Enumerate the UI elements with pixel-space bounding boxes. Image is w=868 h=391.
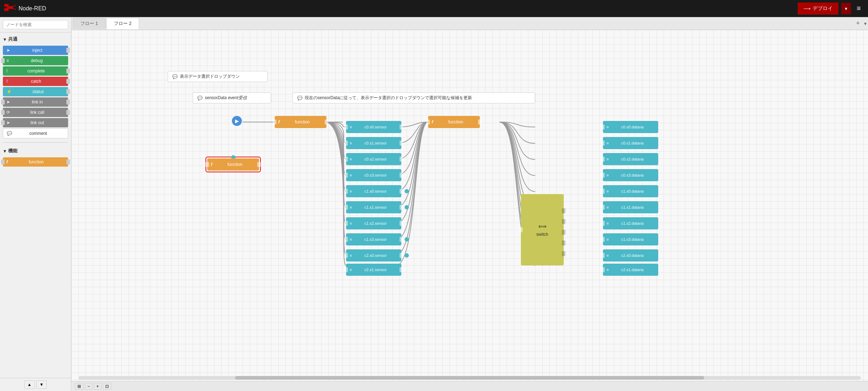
linkcall-port-left [1, 110, 5, 115]
s2-icon: ≡ [350, 157, 352, 161]
data-c0s2[interactable]: ≡ c0.s2.datana [603, 153, 658, 165]
sidebar: ▾ 共通 ➤ inject ≡ debug ! complete [0, 17, 71, 391]
data-c2s1[interactable]: ≡ c2.s1.datana [603, 264, 658, 276]
data-c0s3[interactable]: ≡ c0.s3.datana [603, 169, 658, 181]
data-c2s0[interactable]: ≡ c2.s0.datana [603, 249, 658, 261]
sensor-c1s2[interactable]: ≡ c1.s2.sensor [346, 217, 401, 229]
data-c0s1[interactable]: ≡ c0.s1.datana [603, 137, 658, 149]
selected-function-node[interactable]: f function [207, 158, 259, 171]
sidebar-node-complete[interactable]: ! complete [3, 66, 68, 76]
inject-icon: ➤ [6, 48, 10, 53]
chevron-down-icon-2: ▾ [4, 148, 6, 154]
sensor-c2s1[interactable]: ≡ c2.s1.sensor [346, 264, 401, 276]
function2-node[interactable]: f function [428, 116, 480, 128]
sidebar-node-linkout[interactable]: ➤ link out [3, 118, 68, 127]
inject-node-canvas[interactable]: ▶ [232, 116, 242, 126]
linkin-port-right [66, 100, 70, 105]
sensor-c0s2[interactable]: ≡ c0.s2.sensor [346, 153, 401, 165]
s7-label: c1.s3.sensor [353, 237, 398, 242]
d0-label: c0.s0.datana [610, 125, 655, 129]
sidebar-node-complete-label: complete [7, 68, 65, 73]
data-c1s0[interactable]: ≡ c1.s0.datana [603, 185, 658, 197]
sidebar-section-common-header[interactable]: ▾ 共通 [0, 34, 71, 45]
sidebar-node-status-label: status [12, 89, 65, 94]
tab-dropdown-button[interactable]: ▾ [864, 21, 867, 26]
data-c1s2[interactable]: ≡ c1.s2.datana [603, 217, 658, 229]
data-c1s1[interactable]: ≡ c1.s1.datana [603, 201, 658, 213]
s3-icon: ≡ [350, 173, 352, 177]
deploy-dropdown-button[interactable]: ▾ [841, 3, 851, 14]
d1-port-left [601, 141, 605, 146]
flow-area: フロー 1 フロー 2 + ▾ [71, 17, 868, 391]
add-tab-button[interactable]: + [853, 19, 863, 28]
horizontal-scrollbar[interactable] [71, 376, 868, 380]
sidebar-node-inject[interactable]: ➤ inject [3, 46, 68, 55]
sidebar-down-button[interactable]: ▼ [36, 380, 47, 389]
d2-icon: ≡ [606, 157, 609, 161]
zoom-in-button[interactable]: + [94, 383, 101, 390]
switch-port-r5 [562, 251, 565, 256]
function1-node[interactable]: f function [275, 116, 326, 128]
comment-sensor-icon: 💬 [197, 96, 203, 101]
catch-port-right [66, 79, 70, 84]
switch-node[interactable]: ⟺ switch [521, 194, 564, 265]
canvas[interactable]: 💬 表示データ選択ドロップダウン 💬 sensorData event受信 💬 … [71, 30, 868, 391]
sidebar-node-status[interactable]: ⚡ status [3, 87, 68, 96]
sidebar-node-function[interactable]: f function [3, 157, 68, 167]
sensor-c1s0[interactable]: ≡ c1.s0.sensor [346, 185, 401, 197]
function1-port-right [325, 120, 328, 125]
search-input[interactable] [3, 20, 68, 29]
comment-icon-2: 💬 [172, 74, 178, 79]
s3-port-right [400, 173, 403, 178]
data-c1s3[interactable]: ≡ c1.s3.datana [603, 233, 658, 245]
sidebar-section-common: ▾ 共通 ➤ inject ≡ debug ! complete [0, 32, 71, 141]
switch-icon: ⟺ [538, 223, 547, 230]
comment-sensordata: 💬 sensorData event受信 [193, 92, 271, 103]
sidebar-up-button[interactable]: ▲ [24, 380, 35, 389]
deploy-label: デプロイ [813, 5, 833, 12]
function2-port-right [478, 120, 482, 125]
sidebar-node-debug[interactable]: ≡ debug [3, 56, 68, 65]
comment-sensor-label: sensorData event受信 [205, 95, 247, 101]
sensor-c0s0[interactable]: ≡ c0.s0.sensor [346, 121, 401, 133]
s1-icon: ≡ [350, 141, 352, 145]
topbar-right: ⟶ デプロイ ▾ ≡ [798, 2, 864, 15]
switch-port-r3 [562, 230, 565, 235]
debug-port-left [1, 58, 5, 63]
sidebar-node-catch[interactable]: ! catch [3, 77, 68, 86]
d1-icon: ≡ [606, 141, 609, 145]
tab-flow1-label: フロー 1 [80, 21, 98, 26]
data-c0s0[interactable]: ≡ c0.s0.datana [603, 121, 658, 133]
switch-port-r1 [562, 208, 565, 213]
sidebar-section-function-header[interactable]: ▾ 機能 [0, 146, 71, 156]
tabs-bar: フロー 1 フロー 2 + ▾ [71, 17, 868, 30]
d7-label: c1.s3.datana [610, 237, 655, 242]
d2-label: c0.s2.datana [610, 157, 655, 161]
sidebar-node-linkin[interactable]: ➤ link in [3, 97, 68, 107]
s5-port-left [344, 205, 348, 210]
sidebar-node-comment[interactable]: 💬 comment [3, 128, 68, 138]
sensor-c0s3[interactable]: ≡ c0.s3.sensor [346, 169, 401, 181]
sensor-c1s3[interactable]: ≡ c1.s3.sensor [346, 233, 401, 245]
sensor-c2s0[interactable]: ≡ c2.s0.sensor [346, 249, 401, 261]
tab-flow1[interactable]: フロー 1 [73, 18, 106, 29]
sensor-c1s1[interactable]: ≡ c1.s1.sensor [346, 201, 401, 213]
deploy-icon: ⟶ [803, 6, 811, 11]
sidebar-node-linkcall[interactable]: ⟳ link call [3, 108, 68, 117]
selected-function-label: function [214, 162, 255, 167]
menu-button[interactable]: ≡ [854, 3, 864, 14]
d7-icon: ≡ [606, 237, 609, 242]
sensor-c0s1[interactable]: ≡ c0.s1.sensor [346, 137, 401, 149]
tab-flow2[interactable]: フロー 2 [106, 18, 139, 29]
s9-port-right [400, 267, 403, 272]
d6-port-left [601, 221, 605, 226]
zoom-fit-button[interactable]: ⊡ [103, 383, 111, 390]
layout-button[interactable]: ⊞ [75, 383, 83, 390]
deploy-button[interactable]: ⟶ デプロイ [798, 2, 838, 15]
s0-label: c0.s0.sensor [353, 125, 398, 129]
s4-icon: ≡ [350, 189, 352, 193]
s2-label: c0.s2.sensor [353, 157, 398, 161]
zoom-out-button[interactable]: − [85, 383, 92, 390]
s4-label: c1.s0.sensor [353, 189, 398, 193]
s4-port-left [344, 189, 348, 194]
